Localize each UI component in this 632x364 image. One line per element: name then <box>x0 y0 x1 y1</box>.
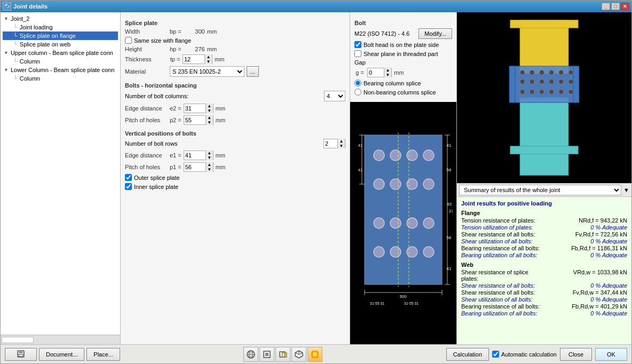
edge-dist1-up[interactable]: ▲ <box>206 151 213 155</box>
edge-dist2-down[interactable]: ▼ <box>206 108 213 113</box>
inner-splice-checkbox[interactable] <box>125 183 132 190</box>
svg-point-88 <box>313 352 317 357</box>
gap-down[interactable]: ▼ <box>384 73 391 77</box>
tree-item-upper-col[interactable]: └ Column <box>3 57 118 66</box>
edge-dist1-input-group: ▲ ▼ <box>184 151 214 160</box>
middle-panel: Splice plate Width bp = 300 mm Same size… <box>121 12 350 344</box>
num-rows-up[interactable]: ▲ <box>337 139 345 144</box>
svg-point-18 <box>423 150 434 161</box>
result-value-4: 0 % Adequate <box>547 238 627 244</box>
svg-point-24 <box>390 218 401 228</box>
bolt-head-checkbox[interactable] <box>354 41 361 48</box>
pitch2-input[interactable] <box>184 116 206 124</box>
auto-calc-checkbox[interactable] <box>492 351 499 358</box>
svg-rect-68 <box>510 146 578 154</box>
tree-item-joint2[interactable]: ▼ Joint_2 <box>3 14 118 23</box>
svg-point-51 <box>539 70 544 75</box>
ok-button[interactable]: OK <box>595 348 627 361</box>
front-view-icon-button[interactable] <box>259 347 274 362</box>
tree-label-splice-flange: Splice plate on flange <box>20 33 76 39</box>
svg-point-58 <box>549 79 554 84</box>
auto-calc-row: Automatic calculation <box>492 351 557 358</box>
tree-expand-lower[interactable]: ▼ <box>4 67 9 73</box>
close-window-button[interactable]: ✕ <box>621 3 629 10</box>
edge-dist2-up[interactable]: ▲ <box>206 104 213 108</box>
gap-up[interactable]: ▲ <box>384 68 391 73</box>
edge-dist2-row: Edge distance e2 = ▲ ▼ mm <box>125 104 345 113</box>
num-rows-input[interactable] <box>324 139 337 148</box>
result-label-2: Tension utilization of plates: <box>461 224 547 231</box>
num-columns-select[interactable]: 42356 <box>324 91 345 101</box>
tree-scrollbar[interactable] <box>1 335 120 344</box>
shear-threaded-checkbox[interactable] <box>354 50 361 57</box>
pitch2-down[interactable]: ▼ <box>206 120 213 125</box>
pitch1-input[interactable] <box>184 163 206 171</box>
num-rows-down[interactable]: ▼ <box>337 144 345 148</box>
tree-item-splice-flange[interactable]: └ Splice plate on flange <box>3 31 118 40</box>
bottom-icons <box>243 347 322 362</box>
pitch1-up[interactable]: ▲ <box>206 162 213 167</box>
tree-item-joint-loading[interactable]: └ Joint loading <box>3 23 118 31</box>
web-result-label-1: Shear resistance of splice plates: <box>461 269 547 282</box>
tree-area: ▼ Joint_2 └ Joint loading └ Splice plate… <box>1 12 120 335</box>
svg-point-55 <box>520 79 525 84</box>
main-window: 🔩 Joint details _ □ ✕ ▼ Joint_2 └ Joint … <box>0 0 632 364</box>
tree-item-lower-col[interactable]: └ Column <box>3 74 118 83</box>
edge-dist1-row: Edge distance e1 = ▲ ▼ mm <box>125 151 345 160</box>
svg-point-26 <box>423 218 434 228</box>
edge-dist1-input[interactable] <box>184 151 206 160</box>
thickness-input[interactable] <box>183 55 204 64</box>
edge-dist1-down[interactable]: ▼ <box>206 155 213 160</box>
gap-input[interactable] <box>368 68 384 77</box>
document-button[interactable]: Document... <box>39 348 84 361</box>
outer-splice-checkbox[interactable] <box>125 174 132 181</box>
pitch1-down[interactable]: ▼ <box>206 167 213 172</box>
globe-icon-button[interactable] <box>243 347 258 362</box>
same-size-checkbox[interactable] <box>125 37 132 44</box>
tree-item-lower-column[interactable]: ▼ Lower Column - Beam splice plate conn <box>3 66 118 74</box>
tree-expand-joint2[interactable]: ▼ <box>4 16 9 21</box>
modify-bolt-button[interactable]: Modify... <box>418 28 452 39</box>
svg-point-29 <box>407 247 417 257</box>
3d-view-icon-button[interactable] <box>291 347 306 362</box>
svg-rect-69 <box>509 66 515 102</box>
gap-eq: g = <box>354 69 365 76</box>
close-button[interactable]: Close <box>560 348 592 361</box>
render-view-icon-button[interactable] <box>307 347 322 362</box>
svg-point-50 <box>530 70 534 75</box>
maximize-button[interactable]: □ <box>611 3 620 10</box>
edge-dist1-spinner: ▲ ▼ <box>206 151 213 160</box>
thickness-up[interactable]: ▲ <box>204 54 212 59</box>
edge-dist1-label: Edge distance <box>125 152 168 159</box>
svg-rect-46 <box>520 98 568 175</box>
thickness-down[interactable]: ▼ <box>204 59 212 64</box>
material-dots-button[interactable]: ... <box>247 66 259 77</box>
edge-dist1-eq: e1 = <box>170 152 181 159</box>
bolt-head-label: Bolt head is on the plate side <box>364 42 439 48</box>
pitch2-up[interactable]: ▲ <box>206 115 213 120</box>
edge-dist2-input[interactable] <box>184 104 206 113</box>
results-dropdown[interactable]: Summary of results of the whole joint <box>459 185 621 195</box>
save-button[interactable] <box>5 348 37 361</box>
material-select[interactable]: S 235 EN 10025-2 S 275 EN 10025-2 S 355 … <box>170 66 244 77</box>
svg-text:56: 56 <box>447 168 452 172</box>
tree-item-splice-web[interactable]: └ Splice plate on web <box>3 40 118 49</box>
svg-point-30 <box>423 247 434 257</box>
place-button[interactable]: Place... <box>86 348 120 361</box>
svg-line-86 <box>295 353 299 354</box>
result-label-3: Shear resistance of all bolts: <box>461 231 547 238</box>
pitch1-label: Pitch of holes <box>125 164 168 170</box>
web-result-row-1: Shear resistance of splice plates: VRd,w… <box>461 269 627 282</box>
svg-point-63 <box>539 90 544 94</box>
web-result-value-1: VRd,w = 1033,98 kN <box>547 269 627 282</box>
diagram-svg: 41 56 82 56 41 276 <box>354 119 453 327</box>
side-view-icon <box>278 350 288 359</box>
bearing-radio[interactable] <box>354 80 361 86</box>
non-bearing-radio[interactable] <box>354 89 361 96</box>
tree-expand-upper[interactable]: ▼ <box>4 50 9 56</box>
calculation-button[interactable]: Calculation <box>446 348 489 361</box>
side-view-icon-button[interactable] <box>275 347 290 362</box>
tree-item-upper-column[interactable]: ▼ Upper column - Beam splice plate conn <box>3 49 118 57</box>
edge-dist1-unit: mm <box>216 152 229 159</box>
minimize-button[interactable]: _ <box>602 3 610 10</box>
